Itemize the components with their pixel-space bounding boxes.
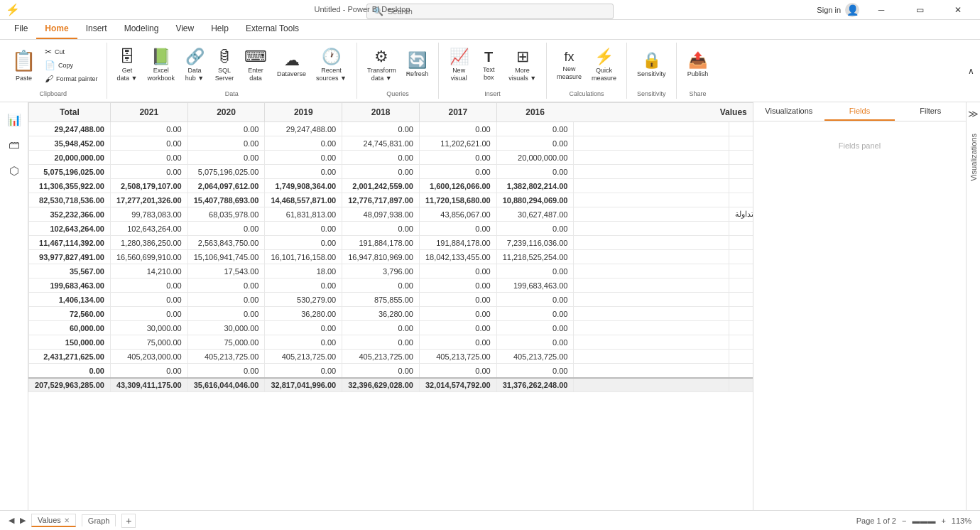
row-total: 72,560.00 [29,307,111,321]
tab-home[interactable]: Home [36,19,77,39]
minimize-button[interactable]: ─ [865,0,898,20]
new-visual-button[interactable]: 📈 Newvisual [445,43,473,88]
row-value-1: 0.00 [419,222,496,236]
publish-button[interactable]: 📤 Publish [683,43,713,88]
table-row: مشتقات ادوات مالية طويلة الأجل0.0011,202… [29,136,753,151]
row-label: أصول غير ملموسه [729,250,753,264]
transform-data-button[interactable]: ⚙ Transformdata ▼ [363,43,401,88]
row-value-1: 0.00 [419,293,496,307]
row-resid [574,278,729,293]
text-box-button[interactable]: T Textbox [474,43,503,88]
row-value-0: 30,627,487.00 [496,207,574,222]
ribbon-group-insert: 📈 Newvisual T Textbox ⊞ Morevisuals ▼ In… [439,43,547,99]
close-button[interactable]: ✕ [942,0,974,20]
data-hub-button[interactable]: 🔗 Datahub ▼ [180,43,209,88]
zoom-level: 113% [952,517,971,525]
insert-label: Insert [484,90,501,99]
row-value-1: 0.00 [419,151,496,165]
table-row: أصول غير ملموسة0.000.003,796.0018.0017,5… [29,264,753,278]
tab-help[interactable]: Help [202,19,237,39]
add-tab-button[interactable]: + [121,514,136,528]
tab-file[interactable]: File [6,19,36,39]
format-painter-button[interactable]: 🖌 Format painter [42,72,101,85]
col-2021-header: 2021 [110,103,187,122]
sign-in-area[interactable]: Sign in 👤 [817,3,859,17]
row-total: 2,431,271,625.00 [29,350,111,364]
row-value-3: 29,247,488.00 [265,122,342,136]
tab-values-close[interactable]: ✕ [64,517,70,524]
more-visuals-button[interactable]: ⊞ Morevisuals ▼ [504,43,540,88]
title-bar: ⚡ 🔍 Search Untitled - Power BI Desktop S… [0,0,980,20]
row-value-0: 0.00 [496,136,574,151]
tab-visualizations[interactable]: Visualizations [753,102,824,121]
tab-insert[interactable]: Insert [77,19,116,39]
nav-prev[interactable]: ◀ [9,516,14,525]
tab-filters[interactable]: Filters [895,102,966,121]
row-value-5: 2,508,179,107.00 [110,179,187,193]
col-values-header: Values [571,103,753,122]
row-value-4: 0.00 [187,122,265,136]
row-value-1: 0.00 [419,264,496,278]
sensitivity-label: Sensitivity [637,90,666,99]
recent-sources-button[interactable]: 🕐 Recentsources ▼ [312,43,351,88]
refresh-button[interactable]: 🔄 Refresh [402,43,433,88]
row-resid [574,151,729,165]
total-value-5: 43,309,411,175.00 [110,378,187,392]
left-sidebar: 📊 🗃 ⬡ [0,102,28,510]
zoom-slider[interactable]: ▬▬▬ [912,517,935,525]
row-total: 0.00 [29,364,111,379]
zoom-decrease[interactable]: − [902,517,906,525]
tab-values[interactable]: Values ✕ [31,514,76,527]
row-value-2: 0.00 [342,321,420,335]
row-label: أصول غير ملموسه دفعات مقدمه [729,236,753,250]
restore-button[interactable]: ▭ [903,0,936,20]
row-resid [574,350,729,364]
zoom-increase[interactable]: + [941,517,945,525]
quick-measure-button[interactable]: ⚡ Quickmeasure [587,43,621,88]
get-data-button[interactable]: 🗄 Getdata ▼ [113,43,142,88]
nav-next[interactable]: ▶ [20,516,26,525]
ribbon-collapse-button[interactable]: ∧ [968,43,980,99]
paste-button[interactable]: 📋 Paste [6,43,42,88]
enter-data-button[interactable]: ⌨ Enterdata [240,43,271,88]
tab-view[interactable]: View [167,19,202,39]
row-label: أصول لعقود العملاء - الأصول غير المتداول… [729,222,753,236]
tab-modeling[interactable]: Modeling [116,19,168,39]
sign-in-label[interactable]: Sign in [817,6,841,14]
tab-graph[interactable]: Graph [82,514,116,526]
copy-button[interactable]: 📄 Copy [42,59,101,72]
row-value-1: 1,600,126,066.00 [419,179,496,193]
excel-workbook-button[interactable]: 📗 Excelworkbook [143,43,179,88]
row-label: مشروعات تحت التنفيذ [729,122,753,136]
new-measure-button[interactable]: fx Newmeasure [552,43,586,88]
ribbon-group-clipboard: 📋 Paste ✂ Cut 📄 Copy 🖌 Format painter [0,43,107,99]
table-row: الأصول الثابته10,880,294,069.0011,720,15… [29,193,753,207]
cut-button[interactable]: ✂ Cut [42,45,101,58]
total-value-2: 32,396,629,028.00 [342,378,420,392]
row-value-0: 7,239,116,036.00 [496,236,574,250]
row-value-1: 191,884,178.00 [419,236,496,250]
sql-server-button[interactable]: 🛢 SQLServer [210,43,239,88]
sidebar-icon-model[interactable]: ⬡ [3,159,26,182]
row-value-2: 36,280.00 [342,307,420,321]
row-resid [574,207,729,222]
row-label: استثمارات في شركات ذات سيطرة مشتركة [729,335,753,350]
data-icon: 🗃 [9,139,20,151]
row-total: 35,948,452.00 [29,136,111,151]
table-container[interactable]: Values الأصول غير المتداولة - رصيد [1-1]… [28,102,753,510]
dataverse-button[interactable]: ☁ Dataverse [273,43,310,88]
row-value-5: 0.00 [110,165,187,179]
tab-fields[interactable]: Fields [824,102,895,121]
status-bar: ◀ ▶ Values ✕ Graph + Page 1 of 2 − ▬▬▬ +… [0,510,980,530]
row-value-1: 11,202,621.00 [419,136,496,151]
row-value-4: 68,035,978.00 [187,207,265,222]
tab-external[interactable]: External Tools [237,19,307,39]
sensitivity-button[interactable]: 🔒 Sensitivity [633,43,670,88]
sidebar-icon-report[interactable]: 📊 [3,108,26,131]
panel-collapse-button[interactable]: ≫ Visualizations [966,102,980,510]
row-value-4: 15,106,941,745.00 [187,250,265,264]
row-value-5: 0.00 [110,278,187,293]
row-label: قرض لشركات تابعه [729,151,753,165]
sidebar-icon-data[interactable]: 🗃 [3,134,26,156]
search-input[interactable]: Search [388,7,607,16]
